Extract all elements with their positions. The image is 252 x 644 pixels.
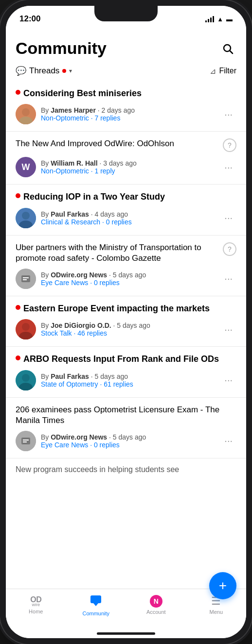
filter-label: Filter [219,67,236,75]
thread-meta: By William R. Hall · 3 days ago Non-Opto… [41,159,137,175]
svg-rect-11 [23,279,27,280]
thread-title: 206 examinees pass Optometrist Licensure… [16,405,236,426]
unread-dot [16,193,20,198]
thread-item[interactable]: ARBO Requests Input From Rank and File O… [6,347,246,397]
thread-item[interactable]: The New And Improved OdWire: OdOhlson ? … [6,132,246,185]
thread-category[interactable]: Clinical & Research · 0 replies [41,218,132,226]
more-options-button[interactable]: ··· [220,160,236,175]
svg-rect-21 [23,441,27,442]
svg-rect-22 [90,595,101,603]
unread-dot [16,305,20,310]
threads-notification-dot [62,69,66,73]
nav-home[interactable]: OD wire Home [21,596,51,614]
more-options-button[interactable]: ··· [220,107,236,122]
thread-author: By ODwire.org News · 5 days ago [41,271,146,279]
app-header: Community [6,32,246,63]
search-button[interactable] [219,40,236,57]
thread-category[interactable]: Non-Optometric · 1 reply [41,167,137,175]
chevron-down-icon: ▾ [69,68,72,74]
thread-meta: By Joe DiGiorgio O.D. · 5 days ago Stock… [41,322,150,337]
avatar [16,104,36,124]
partial-thread-title: New program succeeds in helping students… [6,458,246,474]
nav-home-wire: wire [32,603,40,607]
thread-category[interactable]: Eye Care News · 0 replies [41,441,146,449]
avatar [16,319,36,339]
toolbar: 💬 Threads ▾ ⊿ Filter [6,63,246,81]
more-options-button[interactable]: ··· [220,210,236,225]
question-icon: ? [223,138,236,152]
thread-author: By William R. Hall · 3 days ago [41,159,137,167]
question-icon: ? [223,242,236,256]
unread-dot [16,356,20,360]
svg-marker-23 [93,603,98,606]
screen: 12:00 ▲ ▬ Community [6,6,246,638]
status-time: 12:00 [19,14,40,24]
thread-item[interactable]: 206 examinees pass Optometrist Licensure… [6,398,246,458]
thread-item[interactable]: Considering Best miniseries By James Har… [6,81,246,132]
phone-frame: 12:00 ▲ ▬ Community [0,0,252,644]
thread-title: Considering Best miniseries [23,88,236,99]
nav-account[interactable]: N Account [142,595,171,615]
thread-author: By Joe DiGiorgio O.D. · 5 days ago [41,322,150,329]
filter-button[interactable]: ⊿ Filter [210,67,236,76]
thread-author: By Paul Farkas · 4 days ago [41,210,132,218]
plus-icon: + [219,579,227,593]
nav-community-label: Community [82,610,109,616]
more-options-button[interactable]: ··· [220,433,236,448]
avatar [16,431,36,451]
filter-icon: ⊿ [210,67,216,76]
community-icon [90,593,102,609]
threads-list: Considering Best miniseries By James Har… [6,81,246,474]
svg-rect-19 [21,438,30,444]
page-title: Community [16,39,107,58]
svg-point-13 [22,323,30,331]
signal-icon [205,16,214,22]
threads-label: Threads [29,66,59,76]
wifi-icon: ▲ [217,16,223,23]
threads-icon: 💬 [16,66,26,76]
thread-item[interactable]: Reducing IOP in a Two Year Study By Paul… [6,185,246,235]
nav-account-label: Account [146,609,166,615]
svg-point-16 [22,374,30,382]
thread-author: By ODwire.org News · 5 days ago [41,433,146,441]
nav-home-label: Home [29,609,43,614]
thread-category[interactable]: Eye Care News · 0 replies [41,279,146,287]
thread-meta: By ODwire.org News · 5 days ago Eye Care… [41,271,146,287]
thread-category[interactable]: Non-Optometric · 7 replies [41,114,135,122]
more-options-button[interactable]: ··· [220,322,236,337]
home-indicator-bar [97,632,155,635]
thread-category[interactable]: Stock Talk · 46 replies [41,329,150,337]
thread-title: The New And Improved OdWire: OdOhlson [16,138,220,149]
threads-dropdown[interactable]: 💬 Threads ▾ [16,66,72,76]
thread-meta: By James Harper · 2 days ago Non-Optomet… [41,106,135,122]
more-options-button[interactable]: ··· [220,271,236,286]
svg-rect-10 [23,277,29,278]
thread-category[interactable]: State of Optometry · 61 replies [41,380,133,388]
thread-item[interactable]: Eastern Europe Event impacting the marke… [6,296,246,347]
thread-item[interactable]: Uber partners with the Ministry of Trans… [6,236,246,296]
thread-title: ARBO Requests Input From Rank and File O… [23,354,236,365]
svg-point-6 [22,212,30,220]
thread-meta: By Paul Farkas · 5 days ago State of Opt… [41,373,133,388]
avatar [16,269,36,289]
thread-title: Eastern Europe Event impacting the marke… [23,303,236,314]
thread-title: Uber partners with the Ministry of Trans… [16,242,220,264]
home-indicator [6,628,246,638]
thread-meta: By ODwire.org News · 5 days ago Eye Care… [41,433,146,449]
avatar: W [16,157,36,177]
status-icons: ▲ ▬ [205,16,233,23]
thread-author: By James Harper · 2 days ago [41,106,135,114]
svg-rect-9 [21,275,30,282]
more-options-button[interactable]: ··· [220,373,236,388]
status-bar: 12:00 ▲ ▬ [6,6,246,32]
unread-dot [16,90,20,95]
account-avatar: N [150,595,162,608]
thread-author: By Paul Farkas · 5 days ago [41,373,133,380]
compose-button[interactable]: + [209,572,236,599]
od-wire-logo: OD wire [30,596,41,607]
bottom-nav: OD wire Home Community N Account [6,589,246,628]
nav-community[interactable]: Community [81,593,110,616]
avatar [16,208,36,228]
app-content: Community 💬 Threads ▾ ⊿ [6,32,246,589]
svg-rect-20 [23,440,29,441]
